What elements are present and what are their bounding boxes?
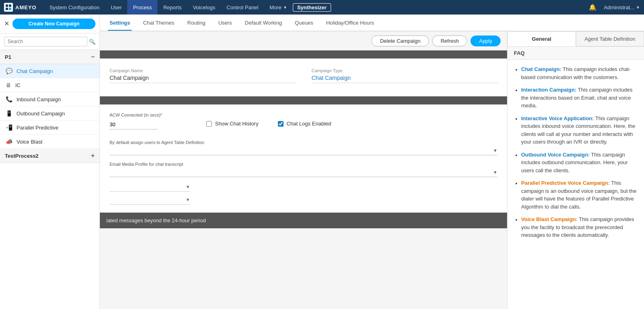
collapse-p1-icon: −: [91, 53, 95, 61]
outbound-icon: 📱: [6, 110, 12, 117]
chat-logs-checkbox[interactable]: [278, 121, 284, 127]
faq-item-interaction: Interaction Campaign: This campaign incl…: [521, 86, 638, 110]
tab-queues[interactable]: Queues: [293, 16, 315, 31]
nav-control-panel[interactable]: Control Panel: [221, 0, 264, 15]
campaign-type-label: Campaign Type: [312, 68, 498, 73]
nav-system-configuration[interactable]: System Configuration: [44, 0, 105, 15]
voice-blast-icon: 📣: [6, 138, 12, 145]
refresh-button[interactable]: Refresh: [432, 35, 468, 46]
sidebar-item-chat-campaign-label: Chat Campaign: [17, 68, 53, 74]
extra-dropdown-2[interactable]: [110, 196, 186, 203]
nav-reports[interactable]: Reports: [157, 0, 187, 15]
create-campaign-button[interactable]: Create New Campaign: [12, 19, 95, 29]
campaign-name-value: Chat Campaign: [110, 75, 296, 83]
extra-dropdown-1[interactable]: [110, 184, 186, 190]
chat-logs-label[interactable]: Chat Logs Enabled: [287, 121, 331, 127]
faq-item-outbound: Outbound Voice Campaign: This campaign i…: [521, 151, 638, 175]
email-profile-chevron-icon: ▼: [493, 170, 497, 175]
nav-more[interactable]: More ▼: [264, 0, 293, 15]
faq-voice-blast-title: Voice Blast Campaign:: [521, 216, 578, 222]
faq-title: FAQ: [514, 50, 525, 56]
acw-input[interactable]: [110, 120, 158, 129]
apply-button[interactable]: Apply: [470, 35, 501, 46]
email-profile-label: Email Media Profile for chat transcript: [110, 162, 497, 167]
faq-parallel-title: Parallel Predictive Voice Campaign:: [521, 180, 610, 186]
faq-item-parallel: Parallel Predictive Voice Campaign: This…: [521, 179, 638, 211]
chat-campaign-icon: 💬: [6, 68, 12, 74]
notification-bell-icon[interactable]: 🔔: [589, 4, 596, 11]
sidebar-item-outbound-campaign[interactable]: 📱 Outbound Campaign: [0, 106, 99, 121]
sidebar-header: ✕ Create New Campaign: [0, 15, 99, 33]
search-icon[interactable]: 🔍: [89, 39, 95, 45]
faq-item-iva: Interactive Voice Application: This camp…: [521, 115, 638, 146]
synthesizer-button[interactable]: Synthesizer: [293, 3, 331, 12]
svg-rect-0: [6, 4, 8, 7]
assign-label: By default assign users to Agent Table D…: [110, 140, 497, 145]
faq-list: Chat Campaign: This campaign includes ch…: [514, 65, 638, 239]
campaign-form-row: Campaign Name Chat Campaign Campaign Typ…: [110, 68, 497, 83]
nav-voicelogs[interactable]: Voicelogs: [187, 0, 221, 15]
sidebar-item-inbound-campaign[interactable]: 📞 Inbound Campaign: [0, 92, 99, 106]
tabs-bar: Settings Chat Themes Routing Users Defau…: [100, 15, 644, 31]
show-chat-history-label[interactable]: Show Chat History: [215, 121, 259, 127]
extra-dropdown-1-chevron-icon: ▼: [186, 184, 190, 189]
right-panel-tabs: General Agent Table Definition: [507, 31, 644, 47]
admin-menu[interactable]: Administrat... ▼: [604, 4, 640, 10]
expand-testprocess2-icon: +: [91, 152, 95, 159]
tab-users[interactable]: Users: [217, 16, 234, 31]
assign-select[interactable]: [110, 147, 493, 153]
section-header-1: [100, 50, 507, 58]
assign-chevron-icon: ▼: [493, 148, 497, 153]
sidebar-item-chat-campaign[interactable]: 💬 Chat Campaign: [0, 64, 99, 78]
tab-chat-themes[interactable]: Chat Themes: [141, 16, 176, 31]
extra-dropdowns: ▼ ▼: [110, 184, 497, 205]
email-profile-group: Email Media Profile for chat transcript …: [110, 162, 497, 177]
sidebar-group-p1: P1 − 💬 Chat Campaign 🖥 IC 📞 Inbound Camp…: [0, 50, 99, 149]
faq-header: FAQ: [507, 47, 644, 60]
tab-routing[interactable]: Routing: [186, 16, 207, 31]
close-sidebar-button[interactable]: ✕: [4, 21, 9, 27]
main-content: Settings Chat Themes Routing Users Defau…: [100, 15, 644, 309]
acw-group: ACW Connected (in secs)*: [110, 113, 190, 129]
email-profile-select[interactable]: [110, 169, 493, 175]
faq-section: Chat Campaign: This campaign includes ch…: [507, 60, 644, 250]
right-tab-general[interactable]: General: [507, 31, 576, 46]
nav-process[interactable]: Process: [127, 0, 157, 15]
sidebar-group-p1-header[interactable]: P1 −: [0, 50, 99, 64]
tab-settings[interactable]: Settings: [108, 16, 132, 31]
campaign-type-value: Chat Campaign: [312, 75, 498, 83]
settings-row-1: ACW Connected (in secs)* Show Chat Histo…: [110, 113, 497, 136]
delete-campaign-button[interactable]: Delete Campaign: [371, 35, 429, 46]
content-area: Delete Campaign Refresh Apply Campaign N…: [100, 31, 644, 309]
sidebar: ✕ Create New Campaign 🔍 P1 − 💬 Chat Camp…: [0, 15, 100, 309]
nav-user[interactable]: User: [105, 0, 127, 15]
chat-logs-group: Chat Logs Enabled: [278, 121, 331, 127]
email-profile-select-wrapper: ▼: [110, 169, 497, 177]
show-chat-history-group: Show Chat History: [206, 121, 259, 127]
search-input[interactable]: [4, 37, 87, 46]
right-tab-agent-table[interactable]: Agent Table Definition: [576, 31, 644, 46]
campaign-info-section: Campaign Name Chat Campaign Campaign Typ…: [100, 58, 507, 96]
faq-item-voice-blast: Voice Blast Campaign: This campaign prov…: [521, 215, 638, 239]
dark-section-text: iated messages beyond the 24-hour period: [106, 217, 206, 223]
parallel-predictive-icon: 📲: [6, 124, 12, 131]
tab-holiday-office-hours[interactable]: Holiday/Office Hours: [325, 16, 376, 31]
sidebar-item-ic-label: IC: [15, 82, 21, 88]
sidebar-item-voice-blast[interactable]: 📣 Voice Blast: [0, 135, 99, 149]
faq-chat-title: Chat Campaign:: [521, 66, 561, 72]
inbound-icon: 📞: [6, 96, 12, 102]
ic-icon: 🖥: [6, 82, 11, 88]
campaign-name-group: Campaign Name Chat Campaign: [110, 68, 296, 83]
sidebar-item-parallel-predictive[interactable]: 📲 Parallel Predictive: [0, 121, 99, 135]
sidebar-item-parallel-label: Parallel Predictive: [17, 125, 58, 131]
sidebar-item-voice-blast-label: Voice Blast: [17, 139, 42, 145]
show-chat-history-checkbox[interactable]: [206, 121, 212, 127]
right-panel: General Agent Table Definition FAQ Chat …: [507, 31, 644, 309]
sidebar-group-testprocess2-label: TestProcess2: [5, 153, 39, 159]
extra-dropdown-2-chevron-icon: ▼: [186, 197, 190, 202]
sidebar-item-ic[interactable]: 🖥 IC: [0, 78, 99, 92]
faq-iva-title: Interactive Voice Application:: [521, 115, 594, 121]
svg-rect-1: [9, 4, 11, 7]
sidebar-group-testprocess2-header[interactable]: TestProcess2 +: [0, 149, 99, 163]
tab-default-working[interactable]: Default Working: [243, 16, 284, 31]
